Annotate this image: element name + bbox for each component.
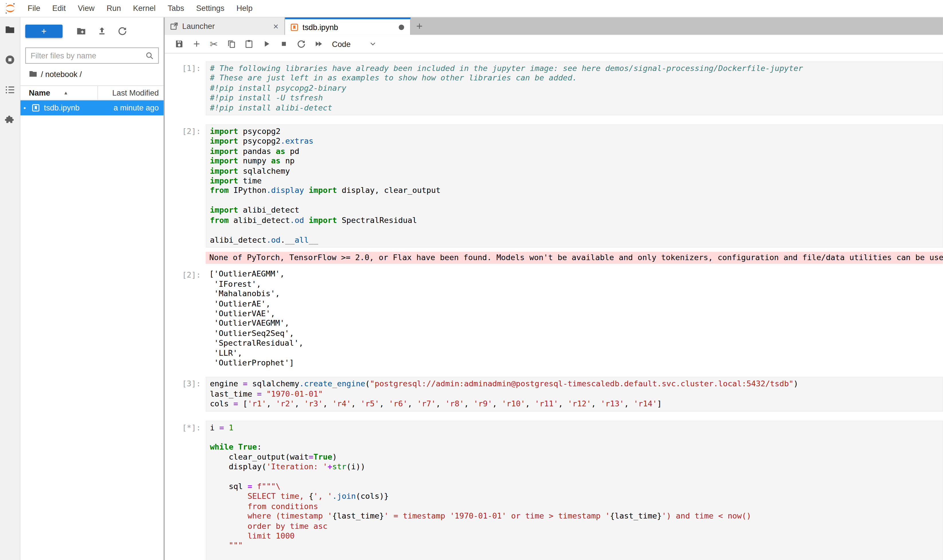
notebook-cell[interactable]: [*]:i = 1 while True: clear_output(wait=… [165,420,943,560]
code-line: order by time asc [210,522,939,531]
cell-code-editor[interactable]: i = 1 while True: clear_output(wait=True… [205,420,943,560]
cell-code-editor[interactable]: # The following libraries have already b… [205,61,943,115]
running-dot-icon: • [20,104,29,111]
output-line: 'Mahalanobis', [209,289,939,299]
notebook-cell[interactable]: [2]:import psycopg2import psycopg2.extra… [165,125,943,368]
jupyter-logo-icon [4,2,17,15]
table-of-contents-icon[interactable] [4,84,16,95]
code-line: import numpy as np [210,157,939,166]
cell-type-select[interactable]: Code [332,40,377,49]
code-line: sql = f"""\ [210,482,939,492]
output-line: 'OutlierSeq2Seq', [209,329,939,338]
menu-item-view[interactable]: View [72,0,101,17]
output-line: 'OutlierVAE', [209,309,939,318]
code-line: """ [210,541,939,551]
copy-icon [227,39,236,49]
refresh-file-list-button[interactable] [112,24,132,37]
new-folder-button[interactable] [71,24,91,37]
fast-forward-icon [313,39,323,49]
add-cell-button[interactable] [188,37,205,51]
notebook-toolbar: ✂ [165,35,943,54]
code-line: while True: [210,442,939,452]
menu-item-help[interactable]: Help [230,0,259,17]
restart-kernel-button[interactable] [292,37,310,51]
menu-bar: FileEditViewRunKernelTabsSettingsHelp [0,0,943,17]
code-line: from conditions [210,502,939,511]
file-browser-toolbar: + [20,17,164,40]
stderr-output: None of PyTorch, TensorFlow >= 2.0, or F… [205,252,943,264]
unsaved-changes-dot-icon[interactable] [399,24,404,30]
cell-input-prompt: [*]: [165,420,205,433]
output-line: 'OutlierAE', [209,299,939,309]
code-line: from alibi_detect.od import SpectralResi… [210,215,939,225]
file-list-header: Name ▲ Last Modified [20,85,164,100]
cell-input-prompt: [3]: [165,377,205,389]
code-line: #!pip install -U tsfresh [210,93,939,103]
menu-item-kernel[interactable]: Kernel [127,0,162,17]
output-line: 'SpectralResidual', [209,338,939,348]
code-line [210,196,939,205]
breadcrumb-path: / notebook / [41,69,82,79]
new-tab-button[interactable] [411,17,428,35]
sort-ascending-icon: ▲ [63,90,68,95]
code-line: import psycopg2 [210,127,939,137]
menu-item-file[interactable]: File [22,0,46,17]
restart-run-all-button[interactable] [310,37,327,51]
left-sidebar-strip [0,17,20,560]
code-line [210,433,939,442]
cut-icon: ✂ [210,38,218,49]
cell-code-editor[interactable]: engine = sqlalchemy.create_engine("postg… [205,377,943,411]
menu-item-tabs[interactable]: Tabs [162,0,190,17]
column-header-last-modified[interactable]: Last Modified [97,86,164,100]
code-line: import psycopg2.extras [210,137,939,146]
cut-cells-button[interactable]: ✂ [205,37,222,51]
paste-cells-button[interactable] [240,37,258,51]
cell-type-value: Code [332,40,350,49]
save-button[interactable] [170,37,188,51]
copy-cells-button[interactable] [222,37,240,51]
code-line: last_time = "1970-01-01" [210,389,939,399]
menu-item-edit[interactable]: Edit [46,0,72,17]
tab-launcher[interactable]: Launcher × [165,17,285,35]
save-icon [174,39,184,49]
run-cell-button[interactable] [258,37,275,51]
menu-item-settings[interactable]: Settings [190,0,230,17]
code-line [210,551,939,560]
code-line: import time [210,176,939,186]
cell-code-editor[interactable]: import psycopg2import psycopg2.extrasimp… [205,125,943,248]
notebook-cell[interactable]: [3]:engine = sqlalchemy.create_engine("p… [165,377,943,411]
code-line: limit 1000 [210,531,939,541]
file-last-modified: a minute ago [114,103,164,112]
code-line: import sqlalchemy [210,166,939,176]
code-line: #!pip install psycopg2-binary [210,83,939,93]
code-line: #!pip install alibi-detect [210,103,939,113]
extensions-puzzle-icon[interactable] [4,114,16,126]
cell-output-prompt [165,252,205,254]
running-sessions-icon[interactable] [4,54,16,66]
filter-files-input[interactable] [29,50,145,61]
file-browser-icon[interactable] [4,24,16,35]
stderr-text: None of PyTorch, TensorFlow >= 2.0, or F… [209,253,939,263]
add-cell-icon [191,39,201,49]
tab-label: tsdb.ipynb [303,23,395,31]
close-tab-icon[interactable]: × [272,22,280,31]
upload-button[interactable] [91,24,112,37]
plus-icon [415,22,424,31]
output-line: ['OutlierAEGMM', [209,269,939,279]
column-header-name[interactable]: Name ▲ [20,88,97,98]
code-line: import alibi_detect [210,206,939,215]
new-launcher-button[interactable]: + [25,24,62,37]
folder-icon [28,69,38,79]
new-folder-icon [76,25,87,36]
file-name: tsdb.ipynb [40,103,114,112]
tab-notebook-tsdb[interactable]: tsdb.ipynb [285,17,411,35]
output-line: 'OutlierProphet'] [209,358,939,368]
notebook-cell[interactable]: [1]:# The following libraries have alrea… [165,61,943,115]
menu-item-run[interactable]: Run [100,0,127,17]
file-row[interactable]: •tsdb.ipynba minute ago [20,100,164,115]
stop-icon [279,39,289,49]
restart-icon [296,39,306,49]
breadcrumb[interactable]: / notebook / [20,64,164,83]
paste-icon [244,39,254,49]
interrupt-kernel-button[interactable] [275,37,292,51]
